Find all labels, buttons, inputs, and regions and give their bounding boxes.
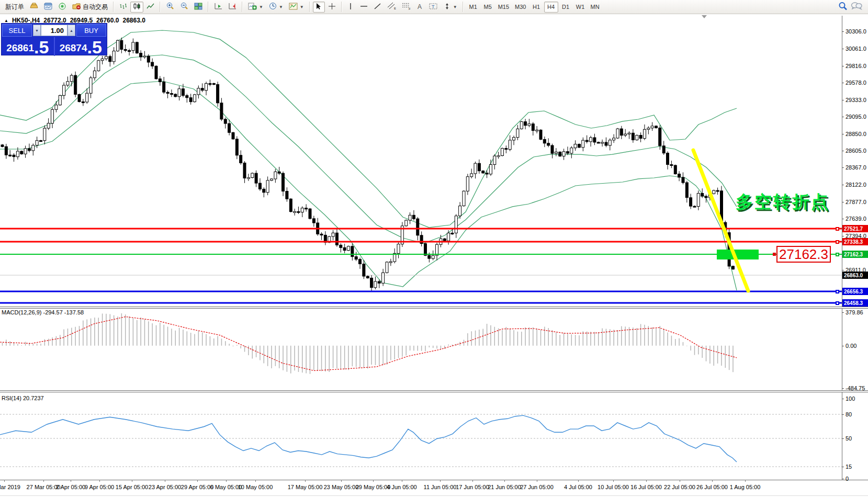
date-axis-tick bbox=[373, 480, 374, 482]
ohlc-close: 26863.0 bbox=[122, 17, 145, 24]
hline-price-label: 26863.0 bbox=[842, 272, 868, 279]
price-axis-label: 29095.0 bbox=[846, 114, 866, 120]
volume-stepper: ▼ 1.00 ▲ bbox=[33, 24, 75, 37]
date-axis-label: 22 Jul 05:00 bbox=[664, 484, 695, 490]
date-axis-label: 16 Jul 05:00 bbox=[630, 484, 662, 490]
date-axis-tick bbox=[646, 480, 647, 482]
macd-axis-tick bbox=[842, 346, 844, 346]
price-axis-label: 29816.0 bbox=[846, 63, 866, 69]
window-bottom-edge bbox=[0, 495, 868, 496]
date-axis-tick bbox=[341, 480, 342, 482]
price-callout-box[interactable]: 27162.3 bbox=[776, 246, 831, 263]
buy-price-main: 26874 bbox=[60, 41, 87, 55]
pane-separator-rsi[interactable] bbox=[0, 390, 868, 392]
rsi-axis-tick bbox=[842, 414, 844, 415]
green-zone-rectangle[interactable] bbox=[717, 250, 759, 259]
date-axis-label: 29 May 05:00 bbox=[356, 484, 391, 490]
macd-signal-line bbox=[0, 317, 737, 370]
buy-button[interactable]: BUY bbox=[76, 24, 106, 37]
buy-button-label: BUY bbox=[84, 27, 98, 35]
date-axis-label: 4 Jun 05:00 bbox=[387, 484, 417, 490]
date-axis-tick bbox=[578, 480, 579, 482]
date-axis-tick bbox=[440, 480, 441, 482]
sell-price[interactable]: 26861.5 bbox=[2, 37, 54, 56]
macd-axis-tick bbox=[842, 388, 844, 389]
hline-price-label: 26656.3 bbox=[842, 288, 868, 295]
buy-price-frac: .5 bbox=[87, 39, 102, 55]
line-anchor-marker bbox=[836, 227, 839, 231]
date-axis-tick bbox=[255, 480, 256, 482]
volume-increase-button[interactable]: ▲ bbox=[67, 25, 75, 36]
date-axis-label: 23 May 05:00 bbox=[324, 484, 359, 490]
price-axis-tick bbox=[842, 117, 844, 117]
volume-value: 1.00 bbox=[51, 27, 64, 35]
date-axis-label: 21 Mar 2019 bbox=[0, 484, 20, 490]
macd-histogram bbox=[3, 313, 734, 374]
date-axis-tick bbox=[132, 480, 132, 482]
candlestick-series bbox=[1, 38, 735, 291]
volume-input[interactable]: 1.00 bbox=[41, 25, 67, 36]
line-anchor-marker bbox=[836, 301, 839, 305]
date-axis-tick bbox=[472, 480, 473, 482]
price-axis-label: 28850.0 bbox=[846, 131, 866, 137]
date-axis-border bbox=[0, 480, 868, 480]
date-axis-label: 6 May 05:00 bbox=[210, 484, 242, 490]
chart-shift-marker-icon[interactable] bbox=[702, 15, 707, 18]
price-axis-border bbox=[842, 16, 842, 480]
sell-button[interactable]: SELL bbox=[2, 24, 32, 37]
price-axis-label: 28122.0 bbox=[846, 182, 866, 188]
date-axis-label: 21 Jun 05:00 bbox=[488, 484, 521, 490]
price-axis-tick bbox=[842, 202, 844, 202]
price-axis-tick bbox=[842, 185, 844, 185]
date-axis-label: 17 May 05:00 bbox=[288, 484, 323, 490]
buy-price[interactable]: 26874.5 bbox=[55, 37, 107, 56]
price-axis-tick bbox=[842, 236, 844, 236]
price-axis-label: 29578.0 bbox=[846, 80, 866, 86]
price-axis-label: 30306.0 bbox=[846, 28, 866, 35]
date-axis-label: 23 Apr 05:00 bbox=[149, 484, 181, 490]
date-axis-tick bbox=[680, 480, 680, 482]
date-axis-tick bbox=[4, 480, 5, 482]
trade-controls-row: SELL ▼ 1.00 ▲ BUY bbox=[2, 24, 107, 37]
date-axis-label: 9 Apr 05:00 bbox=[85, 484, 114, 490]
yellow-trendline-object[interactable] bbox=[693, 150, 748, 291]
volume-decrease-button[interactable]: ▼ bbox=[33, 25, 41, 36]
date-axis-tick bbox=[226, 480, 227, 482]
hline-price-label: 27338.3 bbox=[842, 238, 868, 245]
date-axis-tick bbox=[43, 480, 44, 482]
line-anchor-marker bbox=[836, 240, 839, 244]
sell-price-main: 26861 bbox=[6, 41, 34, 55]
up-arrow-icon: ▲ bbox=[70, 29, 73, 32]
chart-canvas[interactable] bbox=[0, 0, 868, 497]
down-arrow-icon: ▼ bbox=[35, 29, 39, 32]
macd-axis-label: -484.75 bbox=[846, 385, 865, 391]
price-axis-tick bbox=[842, 167, 844, 168]
price-axis-tick bbox=[842, 83, 844, 83]
callout-anchor-dot bbox=[773, 253, 776, 256]
pane-separator-macd[interactable] bbox=[0, 307, 868, 309]
price-axis-tick bbox=[842, 31, 844, 32]
date-axis-tick bbox=[165, 480, 165, 482]
date-axis-tick bbox=[197, 480, 198, 482]
macd-axis-tick bbox=[842, 312, 844, 313]
rsi-axis-tick bbox=[842, 399, 844, 399]
date-axis-label: 15 Apr 05:00 bbox=[116, 484, 148, 490]
price-axis-tick bbox=[842, 66, 844, 66]
date-axis-label: 26 Jul 05:00 bbox=[696, 484, 728, 490]
rsi-axis-tick bbox=[842, 467, 844, 467]
rsi-axis-label: 15 bbox=[846, 464, 852, 470]
date-axis-label: 10 Jul 05:00 bbox=[598, 484, 629, 490]
collapse-triangle-icon[interactable]: ▲ bbox=[4, 18, 8, 23]
price-axis-label: 29333.0 bbox=[846, 97, 866, 103]
hline-price-label: 27162.3 bbox=[842, 251, 868, 258]
date-axis-label: 27 Mar 05:00 bbox=[27, 484, 61, 490]
date-axis-label: 17 Jun 05:00 bbox=[456, 484, 489, 490]
rsi-axis-tick bbox=[842, 479, 844, 479]
chinese-annotation-text[interactable]: 多空转折点 bbox=[736, 190, 830, 214]
rsi-axis-label: 0 bbox=[846, 476, 849, 482]
rsi-axis-tick bbox=[842, 438, 844, 439]
hline-price-label: 26458.3 bbox=[842, 299, 868, 307]
line-anchor-marker bbox=[836, 290, 839, 293]
date-axis-tick bbox=[745, 480, 746, 482]
rsi-axis-label: 50 bbox=[846, 435, 852, 442]
